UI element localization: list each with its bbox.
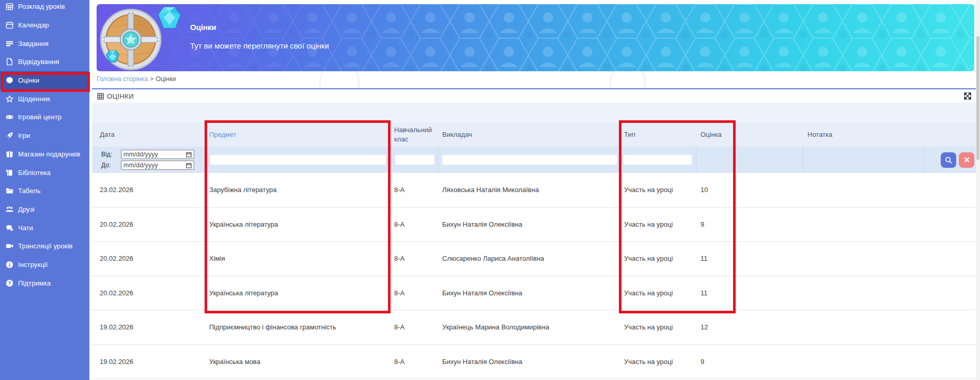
cell-subject: Українська література — [205, 276, 390, 310]
breadcrumb-separator: > — [150, 75, 153, 83]
sidebar-item-calendar[interactable]: Календар — [0, 16, 89, 35]
column-header-teacher[interactable]: Викладач — [438, 122, 620, 147]
calendar-icon — [186, 163, 192, 168]
cell-actions — [925, 242, 976, 276]
svg-text:?: ? — [8, 280, 11, 286]
cell-teacher: Бихун Наталія Олексіївна — [438, 208, 620, 242]
cell-class: 8-А — [390, 276, 438, 310]
column-header-note[interactable]: Нотатка — [803, 122, 925, 147]
sidebar-item-grades[interactable]: Оцінки — [0, 71, 89, 90]
search-button[interactable] — [941, 152, 956, 168]
column-header-subject[interactable]: Предмет — [205, 122, 390, 147]
subject-filter-input[interactable] — [210, 155, 386, 165]
sidebar-item-attendance[interactable]: Відвідування — [0, 53, 89, 71]
column-header-type[interactable]: Тип — [620, 122, 696, 147]
cell-note — [803, 310, 925, 344]
avatar-hex-pattern — [97, 4, 974, 71]
close-icon — [964, 157, 970, 163]
sidebar-item-games[interactable]: Ігри — [0, 126, 89, 145]
sidebar-item-broadcasts[interactable]: Трансляції уроків — [0, 237, 89, 256]
cell-note — [803, 276, 925, 310]
search-icon — [945, 156, 952, 164]
badge-icon — [5, 76, 14, 85]
cell-class: 8-А — [390, 208, 438, 242]
cell-grade: 9 — [696, 208, 803, 242]
cell-note — [803, 242, 925, 276]
date-to-label: До: — [101, 162, 121, 169]
column-header-date[interactable]: Дата — [92, 122, 205, 147]
filter-cell-actions — [925, 147, 976, 173]
cell-grade: 12 — [696, 310, 803, 344]
date-from-input[interactable]: mm/dd/yyyy — [121, 150, 194, 159]
star-icon — [5, 94, 14, 103]
sidebar-item-library[interactable]: Бібліотека — [0, 163, 89, 182]
class-filter-input[interactable] — [395, 155, 434, 165]
grades-panel: ОЦІНКИ Дата Предмет Навчальний клас Викл… — [92, 88, 976, 380]
table-row: 19.02.2026 Підприємництво і фінансова гр… — [92, 310, 976, 345]
sidebar-item-friends[interactable]: Друзі — [0, 200, 89, 219]
cell-date: 23.02.2026 — [92, 173, 205, 207]
rocket-icon — [5, 131, 14, 140]
cell-teacher: Бихун Наталія Олексіївна — [438, 345, 620, 379]
cell-teacher: Слюсаренко Лариса Анатоліївна — [438, 242, 620, 276]
calendar-grid-icon — [5, 2, 14, 11]
cell-class: 8-А — [390, 310, 438, 344]
cell-teacher: Бихун Наталія Олексіївна — [438, 276, 620, 310]
column-header-actions — [925, 122, 976, 147]
filter-cell-teacher — [438, 147, 620, 173]
cell-type: Участь на уроці — [620, 242, 696, 276]
cell-subject: Зарубіжна література — [205, 173, 390, 207]
filter-cell-grade — [696, 147, 803, 173]
sidebar-item-chats[interactable]: Чати — [0, 218, 89, 237]
cell-grade: 9 — [696, 345, 803, 379]
breadcrumb-current: Оцінки — [155, 75, 176, 83]
clear-filters-button[interactable] — [959, 152, 974, 168]
users-icon — [5, 205, 14, 214]
cell-grade: 11 — [696, 276, 803, 310]
filter-cell-type — [620, 147, 696, 173]
cell-class: 8-А — [390, 242, 438, 276]
cell-note — [803, 208, 925, 242]
sidebar-item-schedule[interactable]: Розклад уроків — [0, 0, 89, 16]
sidebar-item-diary[interactable]: Щоденник — [0, 89, 89, 108]
gem-icon — [158, 5, 181, 30]
expand-panel-icon[interactable] — [964, 92, 971, 100]
sidebar-item-support[interactable]: ? Підтримка — [0, 274, 89, 292]
type-filter-input[interactable] — [624, 155, 692, 165]
scrollbar-thumb[interactable] — [976, 36, 979, 160]
table-filter-row: Від: mm/dd/yyyy До: mm/dd/yyyy — [92, 147, 976, 173]
date-to-input[interactable]: mm/dd/yyyy — [121, 161, 194, 170]
cell-type: Участь на уроці — [620, 173, 696, 207]
calendar-icon — [5, 21, 14, 29]
table-header-row: Дата Предмет Навчальний клас Викладач Ти… — [92, 122, 976, 147]
question-icon: ? — [5, 279, 14, 288]
gift-icon — [5, 150, 14, 159]
cell-subject: Хімія — [205, 242, 390, 276]
cell-actions — [925, 276, 976, 310]
cell-date: 20.02.2026 — [92, 276, 205, 310]
file-icon — [5, 57, 14, 66]
sidebar-item-gift-shop[interactable]: Магазин подарунків — [0, 145, 89, 164]
column-header-grade[interactable]: Оцінка — [696, 122, 803, 147]
column-header-class[interactable]: Навчальний клас — [390, 122, 438, 147]
table-grid-icon — [97, 93, 104, 100]
list-icon — [5, 39, 14, 48]
sidebar-item-game-center[interactable]: Ігровий центр — [0, 108, 89, 126]
cell-teacher: Ляховська Наталія Миколаївна — [438, 173, 620, 207]
sidebar-item-tasks[interactable]: Завдання — [0, 34, 89, 53]
video-icon — [5, 242, 14, 250]
info-icon — [5, 260, 14, 269]
gamepad-icon — [5, 113, 14, 121]
gem-icon-small — [106, 50, 119, 63]
sidebar-item-instructions[interactable]: Інструкції — [0, 256, 89, 274]
cell-subject: Підприємництво і фінансова грамотність — [205, 310, 390, 344]
cell-date: 20.02.2026 — [92, 208, 205, 242]
cell-type: Участь на уроці — [620, 310, 696, 344]
page-subtitle: Тут ви можете переглянути свої оцінки — [190, 41, 329, 50]
cell-class: 8-А — [390, 173, 438, 207]
teacher-filter-input[interactable] — [442, 155, 617, 165]
sidebar-item-report-card[interactable]: Табель — [0, 182, 89, 200]
cell-class: 8-А — [390, 345, 438, 379]
breadcrumb-home-link[interactable]: Головна сторінка — [97, 75, 148, 83]
cell-date: 20.02.2026 — [92, 242, 205, 276]
